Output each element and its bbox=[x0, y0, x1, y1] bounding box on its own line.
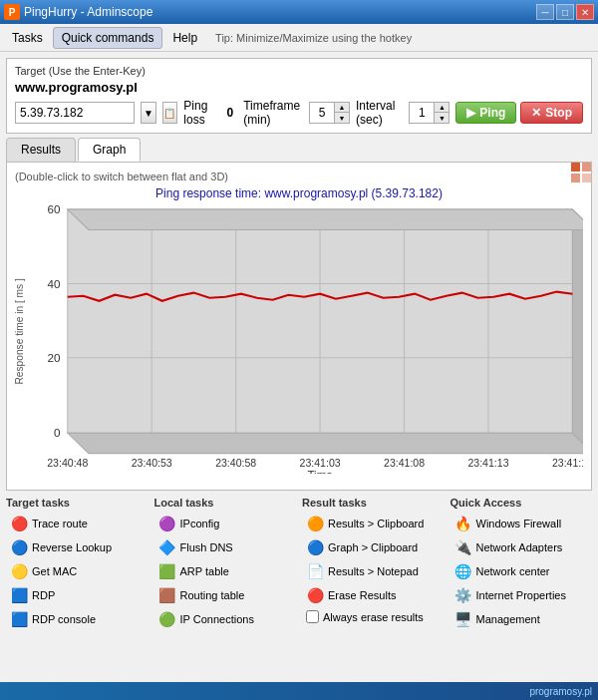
task-results-notepad-label: Results > Notepad bbox=[328, 565, 419, 577]
tab-results[interactable]: Results bbox=[6, 138, 76, 162]
task-graph-clipboard[interactable]: 🔵 Graph > Clipboard bbox=[302, 536, 445, 558]
task-flush-dns[interactable]: 🔷 Flush DNS bbox=[154, 536, 297, 558]
svg-text:60: 60 bbox=[47, 204, 60, 215]
task-rdp-console-label: RDP console bbox=[32, 613, 96, 625]
task-rdp-label: RDP bbox=[32, 589, 55, 601]
svg-text:23:41:08: 23:41:08 bbox=[384, 458, 425, 469]
menu-bar: Tasks Quick commands Help Tip: Minimize/… bbox=[0, 24, 598, 52]
ping-stop-buttons: ▶ Ping ✕ Stop bbox=[455, 102, 583, 124]
task-get-mac[interactable]: 🟡 Get MAC bbox=[6, 560, 149, 582]
ping-button[interactable]: ▶ Ping bbox=[455, 102, 516, 124]
status-text: programosy.pl bbox=[529, 686, 592, 697]
graph-hint: (Double-click to switch between flat and… bbox=[15, 171, 583, 182]
task-erase-label: Erase Results bbox=[328, 589, 396, 601]
svg-text:23:40:53: 23:40:53 bbox=[132, 458, 172, 469]
task-windows-firewall[interactable]: 🔥 Windows Firewall bbox=[450, 513, 593, 534]
task-arp-table[interactable]: 🟩 ARP table bbox=[154, 560, 297, 582]
task-flush-label: Flush DNS bbox=[180, 541, 233, 553]
netadapter-icon: 🔌 bbox=[454, 538, 472, 556]
menu-help[interactable]: Help bbox=[164, 28, 205, 48]
local-tasks-section: Local tasks 🟣 IPconfig 🔷 Flush DNS 🟩 ARP… bbox=[154, 497, 297, 632]
routing-icon: 🟫 bbox=[158, 586, 176, 604]
main-area: Target (Use the Enter-Key) www.programos… bbox=[0, 52, 598, 638]
bottom-tasks: Target tasks 🔴 Trace route 🔵 Reverse Loo… bbox=[6, 497, 592, 632]
task-rdp-console[interactable]: 🟦 RDP console bbox=[6, 608, 149, 630]
result-tasks-section: Result tasks 🟠 Results > Clipboard 🔵 Gra… bbox=[302, 497, 445, 632]
task-management[interactable]: 🖥️ Management bbox=[450, 608, 593, 630]
task-trace-label: Trace route bbox=[32, 518, 88, 529]
timeframe-spinner[interactable]: ▲ ▼ bbox=[309, 102, 350, 124]
task-ipconfig[interactable]: 🟣 IPconfig bbox=[154, 513, 297, 534]
result-tasks-title: Result tasks bbox=[302, 497, 445, 509]
firewall-icon: 🔥 bbox=[454, 515, 472, 532]
minimize-button[interactable]: ─ bbox=[536, 4, 554, 20]
maximize-button[interactable]: □ bbox=[556, 4, 574, 20]
task-erase-results[interactable]: 🔴 Erase Results bbox=[302, 584, 445, 606]
task-mac-label: Get MAC bbox=[32, 565, 77, 577]
task-network-adapters[interactable]: 🔌 Network Adapters bbox=[450, 536, 593, 558]
title-controls: ─ □ ✕ bbox=[536, 4, 594, 20]
graph-panel: (Double-click to switch between flat and… bbox=[6, 162, 592, 491]
always-erase-label: Always erase results bbox=[323, 611, 424, 623]
timeframe-value[interactable] bbox=[310, 103, 334, 123]
timeframe-up[interactable]: ▲ bbox=[335, 103, 349, 113]
target-tasks-title: Target tasks bbox=[6, 497, 149, 509]
stop-button[interactable]: ✕ Stop bbox=[520, 102, 583, 124]
task-ipconfig-label: IPconfig bbox=[180, 518, 220, 529]
svg-text:23:41:18: 23:41:18 bbox=[552, 458, 583, 469]
task-firewall-label: Windows Firewall bbox=[476, 518, 562, 529]
task-routing-table[interactable]: 🟫 Routing table bbox=[154, 584, 297, 606]
svg-rect-1 bbox=[582, 163, 591, 172]
graph-clipboard-icon: 🔵 bbox=[306, 538, 324, 556]
ping-label: Ping bbox=[479, 106, 505, 120]
always-erase-checkbox[interactable] bbox=[306, 610, 319, 623]
svg-text:20: 20 bbox=[47, 352, 60, 364]
task-reverse-lookup[interactable]: 🔵 Reverse Lookup bbox=[6, 536, 149, 558]
task-ip-connections[interactable]: 🟢 IP Connections bbox=[154, 608, 297, 630]
copy-button[interactable]: 📋 bbox=[162, 102, 178, 124]
interval-label: Interval (sec) bbox=[356, 99, 403, 127]
arp-icon: 🟩 bbox=[158, 562, 176, 580]
menu-tasks[interactable]: Tasks bbox=[4, 28, 51, 48]
ip-options-button[interactable]: ▼ bbox=[141, 102, 156, 124]
svg-text:40: 40 bbox=[47, 278, 60, 290]
task-results-notepad[interactable]: 📄 Results > Notepad bbox=[302, 560, 445, 582]
tabs: Results Graph bbox=[6, 138, 592, 162]
corner-icon bbox=[571, 163, 591, 182]
close-button[interactable]: ✕ bbox=[576, 4, 594, 20]
menu-quick-commands[interactable]: Quick commands bbox=[53, 27, 163, 49]
task-netadapter-label: Network Adapters bbox=[476, 541, 563, 553]
reverse-icon: 🔵 bbox=[10, 538, 28, 556]
rdp-console-icon: 🟦 bbox=[10, 610, 28, 628]
interval-value[interactable] bbox=[410, 103, 434, 123]
svg-text:23:41:03: 23:41:03 bbox=[300, 458, 341, 469]
tab-graph[interactable]: Graph bbox=[78, 138, 141, 162]
interval-spinner[interactable]: ▲ ▼ bbox=[409, 102, 449, 124]
erase-icon: 🔴 bbox=[306, 586, 324, 604]
mgmt-icon: 🖥️ bbox=[454, 610, 472, 628]
graph-container: 0 20 40 60 Response time in [ ms ] 23:40… bbox=[15, 204, 583, 474]
task-internet-properties[interactable]: ⚙️ Internet Properties bbox=[450, 584, 593, 606]
interval-up[interactable]: ▲ bbox=[435, 103, 448, 113]
stop-icon: ✕ bbox=[531, 106, 541, 120]
svg-text:23:40:58: 23:40:58 bbox=[215, 458, 256, 469]
interval-down[interactable]: ▼ bbox=[435, 113, 448, 123]
title-bar-left: P PingHurry - Adminscope bbox=[4, 4, 152, 20]
ping-loss-value: 0 bbox=[227, 106, 234, 120]
svg-rect-2 bbox=[571, 174, 580, 182]
flush-icon: 🔷 bbox=[158, 538, 176, 556]
task-network-center[interactable]: 🌐 Network center bbox=[450, 560, 593, 582]
task-trace-route[interactable]: 🔴 Trace route bbox=[6, 513, 149, 534]
timeframe-down[interactable]: ▼ bbox=[335, 113, 349, 123]
task-rdp[interactable]: 🟦 RDP bbox=[6, 584, 149, 606]
svg-marker-15 bbox=[68, 433, 583, 453]
title-bar: P PingHurry - Adminscope ─ □ ✕ bbox=[0, 0, 598, 24]
task-results-clipboard[interactable]: 🟠 Results > Clipboard bbox=[302, 513, 445, 534]
ip-input[interactable] bbox=[15, 102, 135, 124]
target-section: Target (Use the Enter-Key) www.programos… bbox=[6, 58, 592, 134]
task-ip-connections-label: IP Connections bbox=[180, 613, 254, 625]
ping-icon: ▶ bbox=[466, 106, 475, 120]
quick-access-section: Quick Access 🔥 Windows Firewall 🔌 Networ… bbox=[450, 497, 593, 632]
timeframe-label: Timeframe (min) bbox=[243, 99, 303, 127]
svg-rect-0 bbox=[571, 163, 580, 172]
